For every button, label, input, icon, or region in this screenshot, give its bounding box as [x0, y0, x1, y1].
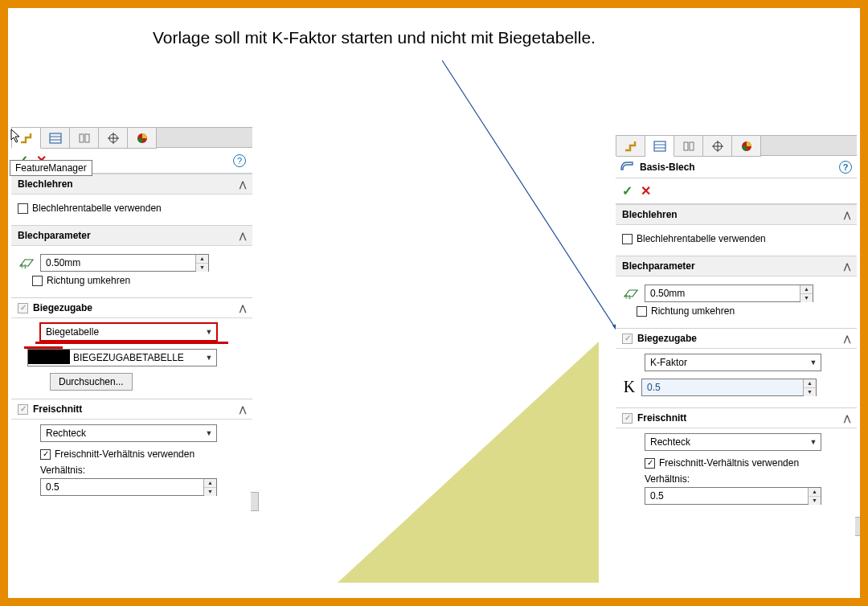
- use-relief-ratio-checkbox[interactable]: [645, 458, 655, 469]
- ratio-label: Verhältnis:: [645, 473, 850, 485]
- chevron-down-icon: ▼: [202, 324, 216, 340]
- side-tab[interactable]: [251, 492, 259, 511]
- collapse-icon: ⋀: [844, 334, 850, 343]
- bend-method-value: K-Faktor: [645, 355, 806, 370]
- tab-configuration[interactable]: [70, 128, 99, 149]
- biegezugabe-enable-checkbox[interactable]: [18, 303, 28, 313]
- headline-text: Vorlage soll mit K-Faktor starten und ni…: [153, 28, 596, 47]
- section-blechparameter-header[interactable]: Blechparameter ⋀: [11, 225, 252, 246]
- help-button[interactable]: ?: [839, 161, 852, 174]
- bend-table-combo[interactable]: BIEGEZUGABETABELLE ▼: [27, 349, 217, 366]
- section-freischnitt-title: Freischnitt: [33, 403, 82, 415]
- bend-method-value: Biegetabelle: [41, 325, 202, 339]
- thickness-spinner[interactable]: ▲▼: [800, 285, 813, 301]
- collapse-icon: ⋀: [240, 231, 246, 240]
- section-blechparameter-title: Blechparameter: [18, 230, 91, 241]
- help-button[interactable]: ?: [233, 154, 246, 167]
- freischnitt-enable-checkbox[interactable]: [622, 413, 633, 424]
- section-blechparameter-header[interactable]: Blechparameter ⋀: [616, 256, 857, 276]
- bend-method-combo[interactable]: Biegetabelle ▼: [40, 323, 217, 341]
- collapse-icon: ⋀: [844, 211, 850, 219]
- relief-ratio-input[interactable]: ▲▼: [645, 487, 821, 505]
- thickness-spinner[interactable]: ▲▼: [195, 255, 208, 271]
- tab-dim-expert[interactable]: [99, 128, 128, 149]
- relief-shape-value: Rechteck: [645, 435, 806, 449]
- svg-rect-5: [80, 134, 84, 142]
- section-freischnitt-header[interactable]: Freischnitt ⋀: [11, 399, 252, 420]
- k-factor-icon: K: [622, 378, 637, 396]
- section-blechlehren-header[interactable]: Blechlehren ⋀: [11, 174, 252, 194]
- freischnitt-enable-checkbox[interactable]: [18, 404, 28, 415]
- section-blechlehren-title: Blechlehren: [622, 209, 678, 220]
- thickness-icon: T1: [18, 256, 35, 270]
- thickness-input[interactable]: ▲▼: [645, 285, 813, 302]
- thickness-input[interactable]: ▲▼: [40, 254, 209, 272]
- relief-ratio-field[interactable]: [41, 479, 203, 495]
- section-biegezugabe-title: Biegezugabe: [33, 302, 92, 313]
- k-factor-input[interactable]: ▲▼: [641, 379, 817, 396]
- reverse-direction-label: Richtung umkehren: [651, 305, 735, 317]
- ratio-label: Verhältnis:: [40, 465, 246, 476]
- tab-feature-tree[interactable]: [616, 136, 645, 157]
- relief-ratio-field[interactable]: [645, 488, 808, 504]
- cursor-icon: [10, 129, 23, 143]
- cancel-button[interactable]: ✕: [641, 183, 651, 199]
- svg-text:T1: T1: [624, 294, 631, 300]
- collapse-icon: ⋀: [844, 262, 850, 271]
- tab-configuration[interactable]: [674, 136, 703, 157]
- property-panel-right: Basis-Blech ? ✓ ✕ Blechlehren ⋀ Blechleh…: [616, 135, 857, 513]
- tab-dim-expert[interactable]: [703, 136, 732, 157]
- use-relief-ratio-label: Freischnitt-Verhältnis verwenden: [659, 457, 799, 469]
- section-blechlehren-header[interactable]: Blechlehren ⋀: [616, 204, 857, 225]
- relief-ratio-spinner[interactable]: ▲▼: [808, 488, 821, 504]
- property-panel-left: ✓ ✕ ? Blechlehren ⋀ Blechlehrentabelle v…: [11, 127, 252, 504]
- svg-line-0: [442, 60, 619, 334]
- thickness-field[interactable]: [41, 255, 195, 271]
- use-relief-ratio-label: Freischnitt-Verhältnis verwenden: [55, 448, 194, 460]
- tab-appearance[interactable]: [128, 128, 157, 149]
- panel-tabs-left: [11, 127, 252, 148]
- svg-rect-16: [690, 142, 694, 150]
- accept-button[interactable]: ✓: [622, 183, 633, 199]
- thickness-field[interactable]: [645, 285, 800, 301]
- browse-button[interactable]: Durchsuchen...: [50, 373, 133, 391]
- reverse-direction-checkbox[interactable]: [32, 276, 43, 286]
- feature-manager-tooltip: FeatureManager: [10, 160, 92, 176]
- bend-method-combo[interactable]: K-Faktor ▼: [645, 354, 821, 371]
- use-gauge-table-label: Blechlehrentabelle verwenden: [32, 203, 162, 214]
- annotation-arrow: [442, 60, 627, 342]
- chevron-down-icon: ▼: [202, 425, 216, 441]
- relief-shape-combo[interactable]: Rechteck ▼: [645, 433, 821, 451]
- collapse-icon: ⋀: [240, 304, 246, 313]
- use-gauge-table-label: Blechlehrentabelle verwenden: [637, 233, 766, 244]
- section-biegezugabe-title: Biegezugabe: [637, 333, 697, 344]
- use-relief-ratio-checkbox[interactable]: [40, 449, 51, 460]
- biegezugabe-enable-checkbox[interactable]: [622, 334, 633, 344]
- relief-ratio-spinner[interactable]: ▲▼: [203, 479, 216, 495]
- section-biegezugabe-header[interactable]: Biegezugabe ⋀: [11, 297, 252, 318]
- k-factor-field[interactable]: [642, 379, 803, 395]
- tab-appearance[interactable]: [732, 136, 761, 157]
- tab-property-manager[interactable]: [645, 136, 674, 157]
- use-gauge-table-checkbox[interactable]: [18, 203, 28, 214]
- side-tab[interactable]: [855, 517, 863, 536]
- svg-text:T1: T1: [20, 264, 27, 269]
- relief-shape-combo[interactable]: Rechteck ▼: [40, 424, 217, 442]
- collapse-icon: ⋀: [844, 414, 850, 423]
- relief-shape-value: Rechteck: [41, 426, 202, 440]
- section-biegezugabe-header[interactable]: Biegezugabe ⋀: [616, 328, 857, 349]
- section-freischnitt-title: Freischnitt: [637, 412, 686, 424]
- section-freischnitt-header[interactable]: Freischnitt ⋀: [616, 407, 857, 428]
- k-factor-spinner[interactable]: ▲▼: [803, 379, 816, 395]
- reverse-direction-label: Richtung umkehren: [47, 275, 130, 286]
- svg-rect-6: [85, 134, 89, 142]
- reverse-direction-checkbox[interactable]: [637, 306, 647, 317]
- relief-ratio-input[interactable]: ▲▼: [40, 478, 217, 496]
- model-preview-triangle: [338, 342, 599, 583]
- svg-rect-12: [654, 141, 665, 151]
- tab-property-manager[interactable]: [41, 128, 70, 149]
- collapse-icon: ⋀: [240, 405, 246, 414]
- use-gauge-table-checkbox[interactable]: [622, 234, 633, 244]
- panel-tabs-right: [616, 135, 857, 156]
- svg-rect-15: [684, 142, 688, 150]
